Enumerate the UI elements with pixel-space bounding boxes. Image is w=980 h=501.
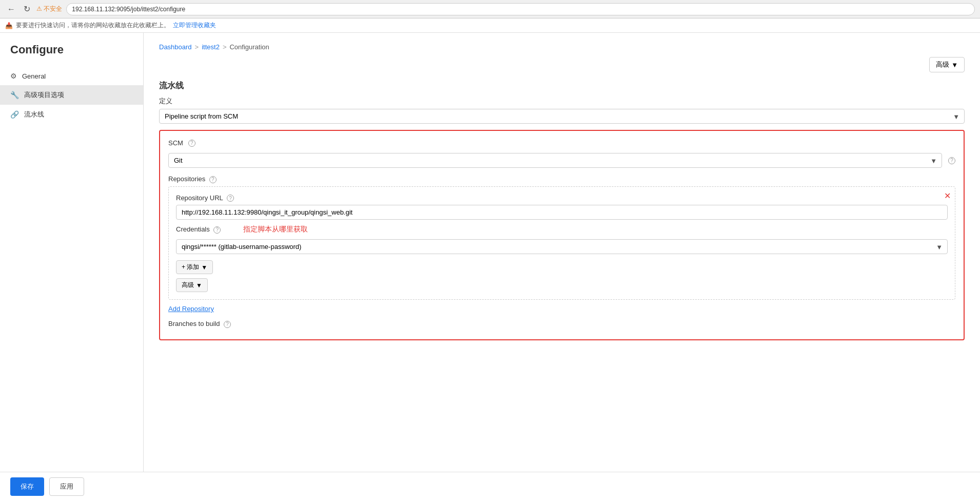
general-icon: ⚙ [10,72,17,80]
definition-label: 定义 [159,97,965,106]
sidebar-item-pipeline[interactable]: 🔗 流水线 [0,105,143,124]
advanced-top-button[interactable]: 高级 ▼ [929,57,965,72]
browser-warning: 📥 要要进行快速访问，请将你的网站收藏放在此收藏栏上。 立即管理收藏夹 [0,18,980,33]
credentials-help-icon[interactable]: ? [213,226,221,234]
scm-header: SCM ? [168,139,955,147]
credentials-row: qingsi/****** (gitlab-username-password)… [176,239,948,254]
repo-url-input[interactable] [176,205,948,220]
sidebar: Configure ⚙ General 🔧 高级项目选项 🔗 流水线 [0,33,144,478]
warn-text: 要要进行快速访问，请将你的网站收藏放在此收藏栏上。 [16,21,170,30]
repo-url-field: Repository URL ? [176,194,948,220]
advanced-top-label: 高级 [936,60,949,69]
scm-select-row: Git ▼ ? [168,153,955,168]
scm-inline-help-icon[interactable]: ? [948,157,955,164]
repository-box: ✕ Repository URL ? Credentials ? [168,186,955,300]
main-content: Dashboard > ittest2 > Configuration 高级 ▼… [144,33,980,478]
pipeline-icon: 🔗 [10,110,19,119]
branches-help-icon[interactable]: ? [224,321,231,328]
repo-url-label: Repository URL ? [176,194,948,202]
sidebar-item-label: 高级项目选项 [24,90,64,100]
save-button[interactable]: 保存 [10,477,44,478]
annotation-text: 指定脚本从哪里获取 [243,225,308,233]
add-repository-wrapper: Add Repository [168,305,955,313]
sidebar-item-label: General [22,72,46,80]
definition-select[interactable]: Pipeline script from SCM [159,109,965,124]
sidebar-item-label: 流水线 [24,110,44,119]
breadcrumb-ittest2[interactable]: ittest2 [202,43,220,51]
browser-bar: ← ↻ ⚠ 不安全 [0,0,980,18]
sidebar-item-general[interactable]: ⚙ General [0,67,143,85]
credentials-select-wrapper: qingsi/****** (gitlab-username-password)… [176,239,948,254]
branches-section: Branches to build ? [168,320,955,328]
scm-help-icon[interactable]: ? [188,140,195,147]
credentials-label: Credentials ? 指定脚本从哪里获取 [176,225,948,234]
chevron-down-icon: ▼ [951,61,958,69]
credentials-select[interactable]: qingsi/****** (gitlab-username-password) [176,239,948,254]
definition-select-wrapper: Pipeline script from SCM ▼ [159,109,965,124]
repo-advanced-arrow: ▼ [196,282,202,289]
add-chevron-icon: ▼ [201,264,207,271]
breadcrumb-sep-1: > [195,43,199,51]
repo-advanced-wrapper: 高级 ▼ [176,274,948,292]
sidebar-item-advanced[interactable]: 🔧 高级项目选项 [0,85,143,105]
add-credential-button[interactable]: + 添加 ▼ [176,260,213,274]
definition-field: 定义 Pipeline script from SCM ▼ [159,97,965,124]
apply-button[interactable]: 应用 [49,477,84,478]
security-icon: ⚠ 不安全 [36,5,62,13]
advanced-icon: 🔧 [10,91,19,99]
credentials-field: Credentials ? 指定脚本从哪里获取 qingsi/****** (g… [176,225,948,254]
add-repository-link[interactable]: Add Repository [168,305,955,313]
sidebar-title: Configure [0,43,143,67]
repo-url-help-icon[interactable]: ? [227,195,234,202]
breadcrumb-dashboard[interactable]: Dashboard [159,43,192,51]
top-bar: 高级 ▼ [159,57,965,72]
branches-label: Branches to build ? [168,320,955,328]
scm-label: SCM [168,139,183,147]
add-btn-label: + 添加 [182,263,199,272]
repositories-section: Repositories ? ✕ Repository URL ? [168,175,955,328]
back-button[interactable]: ← [5,4,17,15]
breadcrumb-sep-2: > [223,43,227,51]
reload-button[interactable]: ↻ [22,3,32,15]
breadcrumb-current: Configuration [229,43,269,51]
warn-icon: 📥 [5,22,13,29]
scm-select-wrapper: Git ▼ [168,153,942,168]
repositories-label: Repositories ? [168,175,955,183]
scm-select[interactable]: Git [168,153,942,168]
bottom-bar: 保存 应用 [0,472,980,478]
pipeline-section-title: 流水线 [159,81,965,91]
scm-section: SCM ? Git ▼ ? Repositories ? [159,130,965,340]
url-bar[interactable] [66,3,975,15]
repo-advanced-label: 高级 [182,281,194,290]
repositories-help-icon[interactable]: ? [209,176,217,183]
add-btn-wrapper: + 添加 ▼ [176,260,948,274]
repo-close-button[interactable]: ✕ [944,191,951,201]
repo-advanced-button[interactable]: 高级 ▼ [176,278,208,292]
warn-link[interactable]: 立即管理收藏夹 [173,21,216,30]
breadcrumb: Dashboard > ittest2 > Configuration [159,43,965,51]
